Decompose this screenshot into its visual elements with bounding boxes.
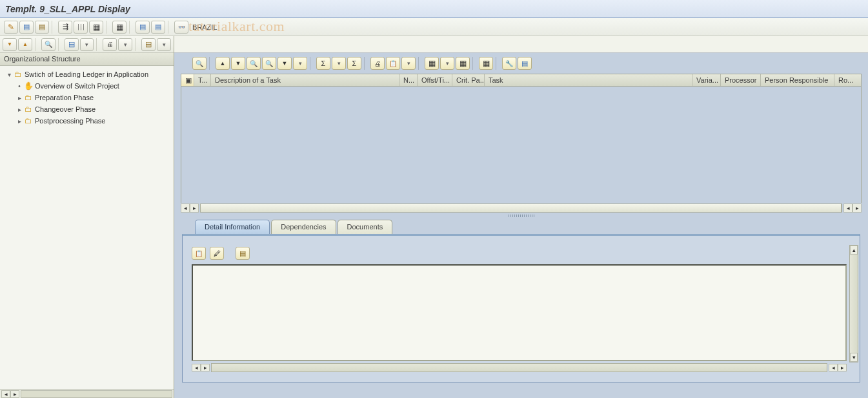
alv-details-button[interactable] [192, 57, 207, 70]
alv-layout-menu-button[interactable] [440, 57, 454, 70]
alv-export-menu-button[interactable] [401, 57, 416, 70]
org-structure-tree[interactable]: ▾ 🗀 Swtich of Leading Ledger in Applicat… [0, 66, 174, 389]
scroll-left2-icon[interactable]: ◂ [829, 364, 838, 372]
display-button[interactable] [35, 21, 49, 34]
doc2-button[interactable] [151, 21, 165, 34]
alv-subtotal-button[interactable] [347, 57, 361, 70]
scroll-thumb[interactable] [201, 204, 842, 212]
alv-graphic-button[interactable] [479, 57, 493, 70]
expand-all-button[interactable] [3, 38, 17, 51]
grid-column-header[interactable]: Varia... [692, 74, 721, 86]
grid-horizontal-scrollbar[interactable]: ◂ ▸ ◂ ▸ [181, 203, 862, 213]
grid-column-header[interactable]: N... [399, 74, 418, 86]
detail-clipboard-button[interactable] [192, 247, 206, 260]
alv-filter-button[interactable] [278, 57, 292, 70]
toolbar-separator [52, 21, 56, 34]
folder-icon: 🗀 [23, 93, 34, 102]
tree-extra-menu-button[interactable] [157, 38, 171, 51]
alv-print-button[interactable] [370, 57, 385, 70]
grid-column-header[interactable]: T... [194, 74, 211, 86]
tree-node-label: Postprocessing Phase [34, 117, 105, 125]
alv-find-next-button[interactable] [262, 57, 276, 70]
alv-export-button[interactable] [386, 57, 400, 70]
scroll-right2-icon[interactable]: ▸ [853, 204, 862, 213]
tree-layout-button[interactable] [65, 38, 79, 51]
scroll-right-icon[interactable]: ▸ [190, 204, 199, 213]
other-object-button[interactable] [19, 21, 34, 34]
alv-layout2-button[interactable] [456, 57, 470, 70]
glasses-icon[interactable] [174, 21, 188, 34]
detail-horizontal-scrollbar[interactable]: ◂ ▸ ◂ ▸ [192, 362, 847, 373]
tree-print-button[interactable] [103, 38, 117, 51]
scroll-left-icon[interactable]: ◂ [1, 390, 10, 398]
grid-column-header[interactable]: Task [485, 74, 692, 86]
expand-icon[interactable]: ▸ [15, 118, 23, 125]
grid-column-header[interactable]: Crit. Pa... [452, 74, 485, 86]
grid-button[interactable] [89, 21, 103, 34]
scroll-track[interactable] [200, 204, 842, 213]
right-panel: ▲ ▼ [174, 36, 868, 398]
tabstrip: Detail Information Dependencies Document… [174, 218, 868, 234]
collapse-all-button[interactable] [18, 38, 32, 51]
tree-node-label: Overview of Switch Project [34, 82, 119, 90]
scroll-up-icon[interactable]: ▴ [850, 246, 858, 255]
tree-layout-menu-button[interactable] [80, 38, 94, 51]
alv-sort-desc-button[interactable]: ▼ [231, 57, 245, 70]
toolbar-separator [58, 38, 62, 51]
tree-node[interactable]: ▸ 🗀 Postprocessing Phase [3, 115, 171, 127]
scroll-track[interactable] [211, 363, 827, 372]
grid-column-header[interactable]: Offst/Ti... [418, 74, 452, 86]
expand-icon[interactable]: ▾ [5, 71, 13, 78]
tab-detail-information[interactable]: Detail Information [195, 220, 270, 234]
grid-column-header[interactable]: Processor [721, 74, 761, 86]
grid-column-header[interactable]: Ro... [834, 74, 854, 86]
layout-button[interactable] [112, 21, 126, 34]
grid-column-selector[interactable]: ▣ [181, 74, 194, 86]
horizontal-splitter[interactable] [174, 213, 868, 218]
hand-icon: ✋ [23, 81, 34, 90]
window-title: Templt. 9_SLL_APPL Display [5, 4, 130, 14]
expand-icon[interactable]: ▸ [15, 106, 23, 113]
alv-layout-button[interactable] [425, 57, 439, 70]
grid-body[interactable] [181, 87, 862, 203]
change-button[interactable] [4, 21, 18, 34]
find-button[interactable] [41, 38, 56, 51]
detail-vertical-scrollbar[interactable]: ▴ ▾ [849, 245, 858, 362]
hierarchy-button[interactable] [58, 21, 72, 34]
doc1-button[interactable] [136, 21, 150, 34]
scroll-left2-icon[interactable]: ◂ [843, 204, 853, 213]
expand-icon[interactable]: ▸ [15, 94, 23, 101]
scroll-right2-icon[interactable]: ▸ [838, 364, 847, 372]
scroll-right-icon[interactable]: ▸ [201, 364, 210, 372]
alv-filter-menu-button[interactable] [293, 57, 307, 70]
tree-root[interactable]: ▾ 🗀 Swtich of Leading Ledger in Applicat… [3, 68, 171, 80]
detail-edit-button[interactable] [210, 247, 224, 260]
scroll-down-icon[interactable]: ▾ [850, 353, 858, 362]
alv-info-button[interactable] [518, 57, 532, 70]
alv-settings-button[interactable] [502, 57, 516, 70]
detail-doc-button[interactable] [236, 247, 250, 260]
tree-extra-button[interactable] [141, 38, 156, 51]
grid-column-header[interactable]: Person Responsible [761, 74, 834, 86]
tree-node[interactable]: • ✋ Overview of Switch Project [3, 80, 171, 92]
scroll-left-icon[interactable]: ◂ [192, 364, 201, 372]
grid-column-header[interactable]: Description of a Task [211, 74, 399, 86]
tab-dependencies[interactable]: Dependencies [271, 220, 336, 234]
tab-documents[interactable]: Documents [338, 220, 393, 234]
tree-node[interactable]: ▸ 🗀 Preparation Phase [3, 92, 171, 103]
alv-total-menu-button[interactable] [332, 57, 346, 70]
alv-sort-asc-button[interactable]: ▲ [216, 57, 230, 70]
tree-print-menu-button[interactable] [118, 38, 132, 51]
columns-button[interactable] [74, 21, 88, 34]
detail-text-area[interactable] [192, 264, 847, 361]
detail-toolbar [192, 245, 847, 262]
alv-total-button[interactable] [316, 57, 330, 70]
toolbar-separator [496, 57, 500, 70]
alv-find-button[interactable] [247, 57, 261, 70]
tree-horizontal-scrollbar[interactable]: ◂ ▸ [0, 389, 174, 398]
tree-node[interactable]: ▸ 🗀 Changeover Phase [3, 103, 171, 115]
scroll-left-icon[interactable]: ◂ [181, 204, 190, 213]
scroll-right-icon[interactable]: ▸ [10, 390, 19, 398]
scroll-track[interactable] [850, 255, 858, 353]
scroll-track[interactable] [21, 390, 172, 398]
